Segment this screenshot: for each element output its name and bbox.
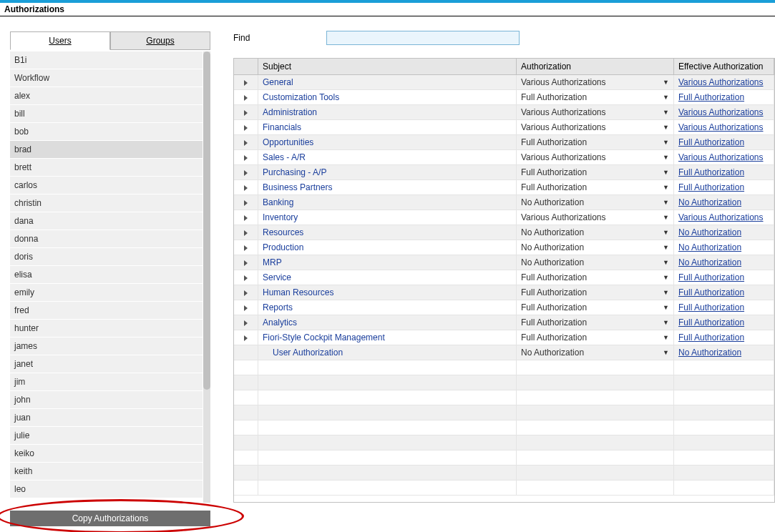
authorization-cell[interactable]: Various Authorizations▼ bbox=[517, 120, 674, 134]
authorization-cell[interactable]: Various Authorizations▼ bbox=[517, 210, 674, 225]
effective-authorization-cell[interactable]: Full Authorization bbox=[674, 285, 774, 300]
authorization-cell[interactable]: No Authorization▼ bbox=[517, 225, 674, 240]
user-item[interactable]: keiko bbox=[10, 445, 203, 463]
grid-row[interactable]: Business PartnersFull Authorization▼Full… bbox=[234, 180, 774, 195]
subject-cell[interactable]: Purchasing - A/P bbox=[258, 165, 517, 179]
subject-cell[interactable]: Financials bbox=[258, 120, 517, 134]
subject-cell[interactable]: Business Partners bbox=[258, 180, 517, 194]
grid-row[interactable]: AdministrationVarious Authorizations▼Var… bbox=[234, 105, 774, 120]
expand-cell[interactable] bbox=[234, 120, 258, 134]
expand-cell[interactable] bbox=[234, 105, 258, 119]
grid-row[interactable]: GeneralVarious Authorizations▼Various Au… bbox=[234, 75, 774, 90]
expand-cell[interactable] bbox=[234, 240, 258, 255]
subject-cell[interactable]: Banking bbox=[258, 195, 517, 210]
effective-authorization-cell[interactable]: Various Authorizations bbox=[674, 210, 774, 225]
user-item[interactable]: john bbox=[10, 391, 203, 409]
effective-authorization-cell[interactable]: Full Authorization bbox=[674, 135, 774, 149]
expand-cell[interactable] bbox=[234, 225, 258, 240]
expand-cell[interactable] bbox=[234, 165, 258, 179]
grid-row[interactable]: Purchasing - A/PFull Authorization▼Full … bbox=[234, 165, 774, 180]
authorization-cell[interactable]: Various Authorizations▼ bbox=[517, 150, 674, 164]
user-item[interactable]: Workflow bbox=[10, 69, 203, 87]
authorization-cell[interactable]: Full Authorization▼ bbox=[517, 270, 674, 285]
grid-row[interactable]: Sales - A/RVarious Authorizations▼Variou… bbox=[234, 150, 774, 165]
user-item[interactable]: brett bbox=[10, 159, 203, 177]
user-list[interactable]: B1iWorkflowalexbillbobbradbrettcarloschr… bbox=[10, 51, 203, 503]
authorization-cell[interactable]: No Authorization▼ bbox=[517, 195, 674, 210]
user-item[interactable]: B1i bbox=[10, 51, 203, 69]
authorization-cell[interactable]: Full Authorization▼ bbox=[517, 165, 674, 179]
grid-header-effective[interactable]: Effective Authorization bbox=[674, 59, 774, 74]
effective-authorization-cell[interactable]: No Authorization bbox=[674, 255, 774, 270]
subject-cell[interactable]: Fiori-Style Cockpit Management bbox=[258, 330, 517, 345]
expand-cell[interactable] bbox=[234, 270, 258, 285]
effective-authorization-cell[interactable]: Various Authorizations bbox=[674, 120, 774, 134]
authorization-cell[interactable]: Full Authorization▼ bbox=[517, 135, 674, 149]
user-item[interactable]: julie bbox=[10, 427, 203, 445]
subject-cell[interactable]: MRP bbox=[258, 255, 517, 270]
user-item[interactable]: dana bbox=[10, 212, 203, 230]
authorization-cell[interactable]: Full Authorization▼ bbox=[517, 285, 674, 300]
grid-header-authorization[interactable]: Authorization bbox=[517, 59, 674, 74]
user-item[interactable]: jim bbox=[10, 373, 203, 391]
grid-row[interactable]: MRPNo Authorization▼No Authorization bbox=[234, 255, 774, 270]
subject-cell[interactable]: Human Resources bbox=[258, 285, 517, 300]
grid-row[interactable]: AnalyticsFull Authorization▼Full Authori… bbox=[234, 315, 774, 330]
grid-row[interactable]: Human ResourcesFull Authorization▼Full A… bbox=[234, 285, 774, 300]
grid-row[interactable]: InventoryVarious Authorizations▼Various … bbox=[234, 210, 774, 225]
subject-cell[interactable]: Sales - A/R bbox=[258, 150, 517, 164]
effective-authorization-cell[interactable]: No Authorization bbox=[674, 240, 774, 255]
effective-authorization-cell[interactable]: Full Authorization bbox=[674, 180, 774, 194]
authorization-cell[interactable]: Full Authorization▼ bbox=[517, 180, 674, 194]
subject-cell[interactable]: Analytics bbox=[258, 315, 517, 330]
user-item[interactable]: donna bbox=[10, 230, 203, 248]
subject-cell[interactable]: Administration bbox=[258, 105, 517, 119]
user-item[interactable]: keith bbox=[10, 463, 203, 481]
expand-cell[interactable] bbox=[234, 90, 258, 104]
effective-authorization-cell[interactable]: Full Authorization bbox=[674, 315, 774, 330]
user-item[interactable]: bill bbox=[10, 105, 203, 123]
authorization-cell[interactable]: Various Authorizations▼ bbox=[517, 105, 674, 119]
effective-authorization-cell[interactable]: Full Authorization bbox=[674, 165, 774, 179]
grid-row[interactable]: ResourcesNo Authorization▼No Authorizati… bbox=[234, 225, 774, 240]
expand-cell[interactable] bbox=[234, 345, 258, 360]
grid-row[interactable]: OpportunitiesFull Authorization▼Full Aut… bbox=[234, 135, 774, 150]
subject-cell[interactable]: Reports bbox=[258, 300, 517, 315]
user-item[interactable]: elisa bbox=[10, 266, 203, 284]
effective-authorization-cell[interactable]: Various Authorizations bbox=[674, 105, 774, 119]
user-list-scrollbar[interactable] bbox=[203, 51, 210, 503]
expand-cell[interactable] bbox=[234, 300, 258, 315]
authorization-cell[interactable]: Various Authorizations▼ bbox=[517, 75, 674, 89]
subject-cell[interactable]: Inventory bbox=[258, 210, 517, 225]
user-item[interactable]: carlos bbox=[10, 177, 203, 194]
subject-cell[interactable]: Opportunities bbox=[258, 135, 517, 149]
effective-authorization-cell[interactable]: No Authorization bbox=[674, 345, 774, 360]
subject-cell[interactable]: Service bbox=[258, 270, 517, 285]
effective-authorization-cell[interactable]: No Authorization bbox=[674, 195, 774, 210]
expand-cell[interactable] bbox=[234, 195, 258, 210]
grid-row[interactable]: ProductionNo Authorization▼No Authorizat… bbox=[234, 240, 774, 255]
expand-cell[interactable] bbox=[234, 135, 258, 149]
user-item[interactable]: alex bbox=[10, 87, 203, 105]
effective-authorization-cell[interactable]: Various Authorizations bbox=[674, 75, 774, 89]
grid-row[interactable]: BankingNo Authorization▼No Authorization bbox=[234, 195, 774, 210]
grid-row[interactable]: Customization ToolsFull Authorization▼Fu… bbox=[234, 90, 774, 105]
expand-cell[interactable] bbox=[234, 75, 258, 89]
user-item[interactable]: christin bbox=[10, 194, 203, 212]
expand-cell[interactable] bbox=[234, 210, 258, 225]
effective-authorization-cell[interactable]: Full Authorization bbox=[674, 90, 774, 104]
grid-row[interactable]: ReportsFull Authorization▼Full Authoriza… bbox=[234, 300, 774, 315]
authorization-cell[interactable]: Full Authorization▼ bbox=[517, 330, 674, 345]
authorization-cell[interactable]: No Authorization▼ bbox=[517, 345, 674, 360]
user-item[interactable]: emily bbox=[10, 284, 203, 302]
expand-cell[interactable] bbox=[234, 255, 258, 270]
tab-users[interactable]: Users bbox=[10, 31, 110, 50]
tab-groups[interactable]: Groups bbox=[110, 31, 210, 50]
user-list-scroll-thumb[interactable] bbox=[203, 51, 210, 390]
user-item[interactable]: james bbox=[10, 338, 203, 355]
user-item[interactable]: brad bbox=[10, 141, 203, 159]
grid-row[interactable]: Fiori-Style Cockpit ManagementFull Autho… bbox=[234, 330, 774, 345]
user-item[interactable]: fred bbox=[10, 302, 203, 320]
expand-cell[interactable] bbox=[234, 330, 258, 345]
expand-cell[interactable] bbox=[234, 315, 258, 330]
